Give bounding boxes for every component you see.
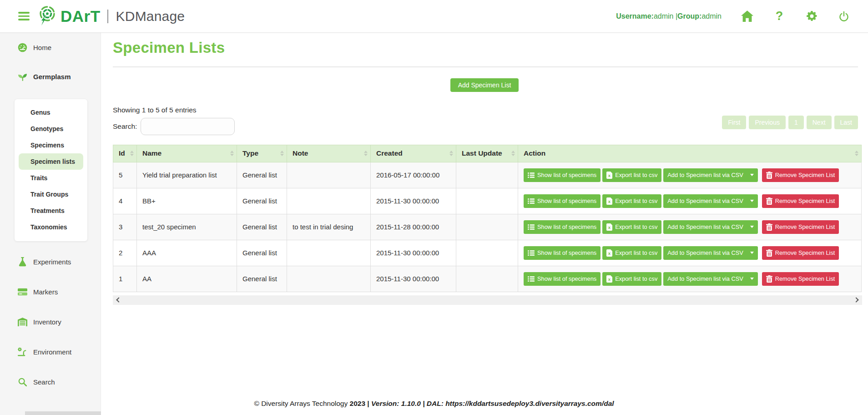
search-label: Search: bbox=[113, 122, 137, 131]
add-to-specimen-list-via-csv-button[interactable]: Add to Specimen list via CSV bbox=[663, 220, 757, 234]
add-specimen-list-button[interactable]: Add Specimen List bbox=[450, 78, 519, 92]
cell-created: 2015-11-30 00:00:00 bbox=[371, 266, 456, 292]
column-header-last-update[interactable]: Last Update bbox=[456, 145, 518, 162]
sidebar-item-specimens[interactable]: Specimens bbox=[19, 137, 83, 153]
sidebar-item-trait-groups[interactable]: Trait Groups bbox=[19, 186, 83, 202]
add-to-specimen-list-via-csv-button[interactable]: Add to Specimen list via CSV bbox=[663, 194, 757, 208]
footer-separator: | bbox=[367, 400, 369, 407]
submenu-item-label: Trait Groups bbox=[30, 191, 68, 198]
brand-name: DArT bbox=[61, 7, 101, 25]
show-list-of-specimens-button[interactable]: Show list of specimens bbox=[524, 246, 601, 260]
cell-id: 5 bbox=[113, 162, 137, 188]
home-icon[interactable] bbox=[740, 10, 754, 23]
column-header-type[interactable]: Type bbox=[237, 145, 287, 162]
column-header-note[interactable]: Note bbox=[287, 145, 371, 162]
footer-copyright: © Diversity Arrays Technology bbox=[254, 400, 348, 407]
sidebar-item-genotypes[interactable]: Genotypes bbox=[19, 121, 83, 137]
sort-icon bbox=[855, 151, 858, 156]
table-header-row: Id Name Type Note Created Last Update Ac… bbox=[113, 145, 862, 162]
column-header-created[interactable]: Created bbox=[371, 145, 456, 162]
cell-action: Show list of specimens x Export list to … bbox=[518, 162, 862, 188]
svg-text:x: x bbox=[608, 199, 611, 204]
trash-icon bbox=[766, 249, 772, 257]
user-area: Username:admin |Group:admin ? bbox=[616, 10, 855, 23]
hamburger-icon[interactable] bbox=[18, 12, 30, 20]
cell-type: General list bbox=[237, 162, 287, 188]
help-icon[interactable]: ? bbox=[772, 10, 786, 23]
sidebar-scrollbar[interactable] bbox=[25, 411, 101, 415]
remove-specimen-list-button[interactable]: Remove Specimen List bbox=[762, 194, 839, 208]
add-to-specimen-list-via-csv-button[interactable]: Add to Specimen list via CSV bbox=[663, 272, 757, 286]
show-list-of-specimens-button[interactable]: Show list of specimens bbox=[524, 220, 601, 234]
list-icon bbox=[528, 172, 535, 178]
footer-dal: DAL: https://kddartsusedeploy3.diversity… bbox=[427, 400, 614, 407]
sidebar-item-experiments[interactable]: Experiments bbox=[0, 253, 101, 270]
cell-name: Yield trial preparation list bbox=[137, 162, 237, 188]
export-list-to-csv-button[interactable]: x Export list to csv bbox=[602, 168, 661, 182]
cell-note: to test in trial desing bbox=[287, 214, 371, 240]
sidebar-item-germplasm[interactable]: Germplasm bbox=[0, 68, 101, 85]
pagination-1[interactable]: 1 bbox=[788, 116, 804, 129]
cell-action: Show list of specimens x Export list to … bbox=[518, 266, 862, 292]
cell-name: test_20 specimen bbox=[137, 214, 237, 240]
cell-name: AAA bbox=[137, 240, 237, 266]
pagination-last[interactable]: Last bbox=[834, 116, 858, 129]
cell-last-update bbox=[456, 162, 518, 188]
excel-file-icon: x bbox=[606, 275, 612, 283]
remove-specimen-list-button[interactable]: Remove Specimen List bbox=[762, 272, 839, 286]
sidebar-item-specimen-lists[interactable]: Specimen lists bbox=[19, 153, 83, 170]
remove-specimen-list-button[interactable]: Remove Specimen List bbox=[762, 246, 839, 260]
power-icon[interactable] bbox=[837, 10, 851, 23]
sidebar-item-genus[interactable]: Genus bbox=[19, 104, 83, 121]
cell-note bbox=[287, 240, 371, 266]
export-list-to-csv-button[interactable]: x Export list to csv bbox=[602, 194, 661, 208]
sidebar-item-search[interactable]: Search bbox=[0, 374, 101, 390]
top-header: DArT KDManage Username:admin |Group:admi… bbox=[0, 0, 868, 33]
export-list-to-csv-button[interactable]: x Export list to csv bbox=[602, 220, 661, 234]
cell-note bbox=[287, 266, 371, 292]
seedling-icon bbox=[17, 72, 27, 81]
show-list-of-specimens-button[interactable]: Show list of specimens bbox=[524, 272, 601, 286]
caret-down-icon bbox=[750, 252, 754, 254]
cell-action: Show list of specimens x Export list to … bbox=[518, 214, 862, 240]
excel-file-icon: x bbox=[606, 172, 612, 179]
show-list-of-specimens-button[interactable]: Show list of specimens bbox=[524, 194, 601, 208]
scroll-right-icon[interactable] bbox=[853, 298, 858, 303]
trash-icon bbox=[766, 197, 772, 205]
sidebar: Home Germplasm GenusGenotypesSpecimensSp… bbox=[0, 33, 101, 415]
pagination-next[interactable]: Next bbox=[807, 116, 832, 129]
pagination-previous[interactable]: Previous bbox=[749, 116, 785, 129]
pagination-first[interactable]: First bbox=[722, 116, 746, 129]
sidebar-item-markers[interactable]: Markers bbox=[0, 283, 101, 300]
remove-specimen-list-button[interactable]: Remove Specimen List bbox=[762, 168, 839, 182]
horizontal-scrollbar[interactable] bbox=[113, 295, 862, 305]
column-header-name[interactable]: Name bbox=[137, 145, 237, 162]
submenu-item-label: Genus bbox=[30, 109, 50, 116]
excel-file-icon: x bbox=[606, 223, 612, 231]
cell-note bbox=[287, 162, 371, 188]
sidebar-item-environment[interactable]: Environment bbox=[0, 344, 101, 360]
sidebar-item-inventory[interactable]: Inventory bbox=[0, 314, 101, 330]
add-to-specimen-list-via-csv-button[interactable]: Add to Specimen list via CSV bbox=[663, 246, 757, 260]
sidebar-item-treatments[interactable]: Treatments bbox=[19, 202, 83, 219]
cell-id: 4 bbox=[113, 188, 137, 214]
svg-text:x: x bbox=[608, 225, 611, 230]
show-list-of-specimens-button[interactable]: Show list of specimens bbox=[524, 168, 601, 182]
export-list-to-csv-button[interactable]: x Export list to csv bbox=[602, 272, 661, 286]
column-header-id[interactable]: Id bbox=[113, 145, 137, 162]
column-header-action[interactable]: Action bbox=[518, 145, 862, 162]
gear-icon[interactable] bbox=[805, 10, 818, 23]
cell-id: 1 bbox=[113, 266, 137, 292]
page-title: Specimen Lists bbox=[113, 39, 868, 56]
footer-version: Version: 1.10.0 bbox=[371, 400, 421, 407]
sidebar-item-taxonomies[interactable]: Taxonomies bbox=[19, 219, 83, 235]
add-to-specimen-list-via-csv-button[interactable]: Add to Specimen list via CSV bbox=[663, 168, 757, 182]
scroll-left-icon[interactable] bbox=[116, 298, 121, 303]
remove-specimen-list-button[interactable]: Remove Specimen List bbox=[762, 220, 839, 234]
export-list-to-csv-button[interactable]: x Export list to csv bbox=[602, 246, 661, 260]
specimen-lists-table: Id Name Type Note Created Last Update Ac… bbox=[113, 145, 862, 292]
search-input[interactable] bbox=[141, 118, 235, 135]
sidebar-item-traits[interactable]: Traits bbox=[19, 170, 83, 186]
cell-type: General list bbox=[237, 240, 287, 266]
sidebar-item-home[interactable]: Home bbox=[0, 39, 101, 56]
